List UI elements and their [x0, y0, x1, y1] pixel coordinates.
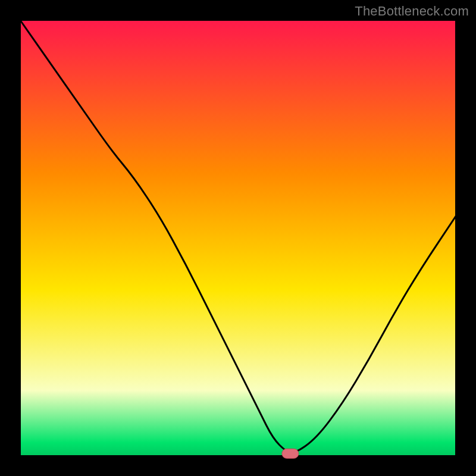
watermark-text: TheBottleneck.com — [355, 4, 469, 19]
bottleneck-chart — [0, 0, 476, 476]
chart-container: TheBottleneck.com — [0, 0, 476, 476]
plot-background — [20, 20, 456, 456]
optimal-point-marker — [282, 449, 299, 458]
